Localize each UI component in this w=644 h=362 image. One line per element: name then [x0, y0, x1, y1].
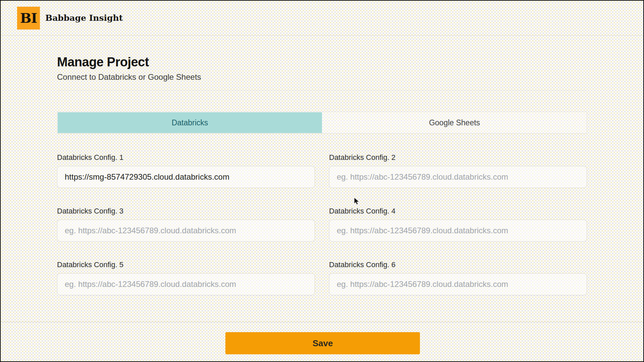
- app-logo-text: BI: [20, 10, 37, 26]
- field-label-config-4: Databricks Config. 4: [329, 207, 587, 216]
- input-databricks-config-6[interactable]: [329, 273, 587, 295]
- input-databricks-config-4[interactable]: [329, 220, 587, 242]
- field-label-config-1: Databricks Config. 1: [57, 153, 315, 162]
- field-databricks-config-5: Databricks Config. 5: [57, 260, 315, 295]
- field-label-config-2: Databricks Config. 2: [329, 153, 587, 162]
- page-title: Manage Project: [57, 55, 587, 69]
- input-databricks-config-2[interactable]: [329, 166, 587, 188]
- input-databricks-config-1[interactable]: [57, 166, 315, 188]
- app-header: BI Babbage Insight: [1, 1, 643, 36]
- main-content: Manage Project Connect to Databricks or …: [1, 55, 643, 295]
- app-title: Babbage Insight: [45, 13, 123, 23]
- field-databricks-config-6: Databricks Config. 6: [329, 260, 587, 295]
- field-label-config-5: Databricks Config. 5: [57, 260, 315, 269]
- save-button[interactable]: Save: [225, 332, 420, 354]
- app-logo: BI: [17, 7, 40, 29]
- field-databricks-config-3: Databricks Config. 3: [57, 207, 315, 242]
- tab-google-sheets[interactable]: Google Sheets: [322, 112, 587, 133]
- page-subtitle: Connect to Databricks or Google Sheets: [57, 72, 587, 82]
- field-databricks-config-4: Databricks Config. 4: [329, 207, 587, 242]
- field-label-config-3: Databricks Config. 3: [57, 207, 315, 216]
- source-tab-strip: Databricks Google Sheets: [57, 112, 587, 134]
- field-databricks-config-2: Databricks Config. 2: [329, 153, 587, 188]
- manage-project-page: { "header": { "logo_text": "BI", "app_na…: [0, 0, 644, 362]
- input-databricks-config-5[interactable]: [57, 273, 315, 295]
- field-databricks-config-1: Databricks Config. 1: [57, 153, 315, 188]
- input-databricks-config-3[interactable]: [57, 220, 315, 242]
- footer-divider: [1, 322, 643, 322]
- tab-databricks[interactable]: Databricks: [58, 112, 322, 133]
- subtitle-divider: [57, 90, 587, 90]
- config-form: Databricks Config. 1 Databricks Config. …: [57, 153, 587, 295]
- field-label-config-6: Databricks Config. 6: [329, 260, 587, 269]
